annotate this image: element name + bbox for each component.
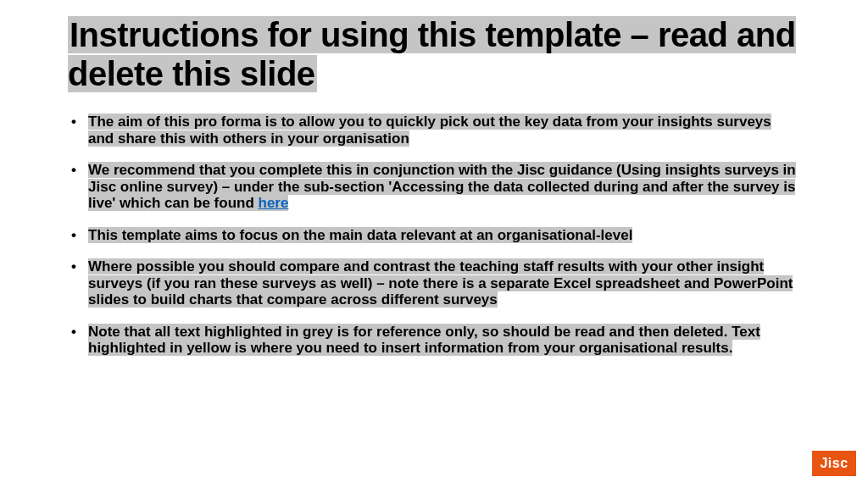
bullet-item: Where possible you should compare and co… [88, 258, 800, 308]
bullet-text: We recommend that you complete this in c… [88, 162, 796, 211]
bullet-item: This template aims to focus on the main … [88, 227, 800, 244]
slide-container: Instructions for using this template – r… [0, 0, 868, 488]
bullet-item: We recommend that you complete this in c… [88, 162, 800, 212]
bullet-list: The aim of this pro forma is to allow yo… [68, 114, 800, 357]
bullet-text: Note that all text highlighted in grey i… [88, 324, 760, 357]
bullet-text: The aim of this pro forma is to allow yo… [88, 114, 771, 147]
guidance-link[interactable]: here [259, 195, 289, 211]
bullet-item: The aim of this pro forma is to allow yo… [88, 114, 800, 147]
jisc-logo: Jisc [812, 451, 856, 476]
bullet-text: Where possible you should compare and co… [88, 258, 793, 308]
bullet-item: Note that all text highlighted in grey i… [88, 324, 800, 357]
title-text: Instructions for using this template – r… [68, 16, 796, 92]
bullet-text: This template aims to focus on the main … [88, 227, 632, 243]
logo-text: Jisc [820, 456, 848, 471]
slide-title: Instructions for using this template – r… [68, 15, 800, 93]
